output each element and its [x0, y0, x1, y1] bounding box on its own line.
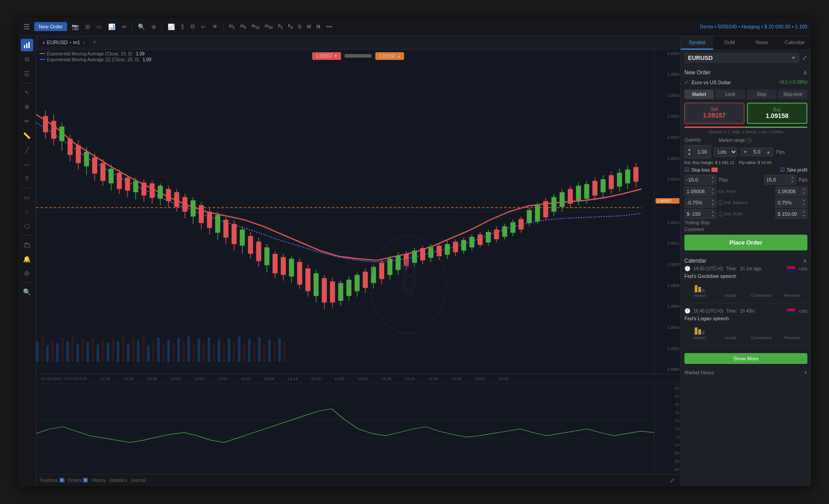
- tp-est-balance-val[interactable]: [776, 199, 801, 207]
- tab-dom[interactable]: DoM: [713, 36, 746, 50]
- toolbar-icon-undo[interactable]: ↩: [199, 22, 208, 32]
- sidebar-icon-circle[interactable]: ○: [21, 205, 33, 218]
- toolbar-icon-camera[interactable]: 📷: [70, 22, 81, 32]
- toolbar-icon-trend[interactable]: 📈: [166, 22, 177, 32]
- market-range-info-icon[interactable]: ?: [747, 138, 752, 143]
- tab-symbol[interactable]: Symbol: [681, 36, 713, 50]
- chart-canvas-area[interactable]: Exponential Moving Average (Close, 10, 0…: [36, 50, 680, 374]
- tf-m5[interactable]: m5: [239, 23, 247, 31]
- new-order-button[interactable]: New Order: [34, 22, 67, 31]
- tf-h1[interactable]: h1: [277, 23, 284, 31]
- sl-eb-up[interactable]: ▲: [710, 198, 716, 203]
- sidebar-icon-copy[interactable]: ⧉: [21, 53, 33, 66]
- tp-est-balance-input[interactable]: ▲ ▼: [775, 198, 807, 208]
- sidebar-icon-chart[interactable]: [21, 39, 33, 51]
- hamburger-btn[interactable]: ☰: [22, 21, 32, 33]
- toolbar-icon-compare[interactable]: ⇌: [120, 22, 128, 32]
- tf-m1[interactable]: m1: [228, 23, 236, 31]
- mr-decrease-btn[interactable]: ▼: [741, 148, 750, 156]
- tp-est-price-val[interactable]: [776, 187, 801, 195]
- sidebar-icon-eraser[interactable]: [21, 238, 33, 251]
- tf-m30[interactable]: m30: [264, 23, 274, 31]
- bottom-expand-icon[interactable]: ⤢: [668, 476, 677, 485]
- new-order-expand-btn[interactable]: ∧: [803, 69, 807, 76]
- sl-est-price-val[interactable]: [685, 187, 710, 195]
- tp-ep-up[interactable]: ▲: [801, 187, 807, 191]
- bottom-tb-positions[interactable]: Positions 0: [40, 478, 64, 483]
- sidebar-icon-settings-chart[interactable]: ⚙: [21, 267, 33, 280]
- sl-toggle[interactable]: ☑ Stop loss: [684, 167, 718, 173]
- tp-down-btn[interactable]: ▼: [789, 180, 796, 184]
- sidebar-icon-rect[interactable]: ▭: [21, 191, 33, 204]
- trailing-stop-row[interactable]: Trailing Stop: [684, 220, 807, 225]
- buy-button[interactable]: Buy 1.09158: [747, 103, 808, 124]
- toolbar-more[interactable]: •••: [324, 22, 334, 32]
- chart-tab-close[interactable]: ×: [83, 40, 86, 45]
- toolbar-icon-rect[interactable]: ▭: [95, 22, 104, 32]
- tf-h4[interactable]: h4: [287, 23, 294, 31]
- order-type-market[interactable]: Market: [684, 90, 714, 99]
- sl-ep-up[interactable]: ▲: [710, 187, 716, 191]
- sidebar-icon-polygon[interactable]: ⬡: [21, 220, 33, 232]
- order-type-stoplimit[interactable]: Stop-limit: [778, 90, 807, 99]
- toolbar-icon-layers[interactable]: ⧉: [189, 22, 196, 32]
- toolbar-icon-zoom[interactable]: ⊕: [150, 22, 158, 32]
- qty-decrease-btn[interactable]: ▲▼: [685, 145, 694, 158]
- sidebar-icon-ruler[interactable]: 📏: [21, 129, 33, 142]
- sl-est-price-input[interactable]: ▲ ▼: [684, 186, 716, 196]
- toolbar-icon-bitcoin[interactable]: ₿: [179, 22, 186, 32]
- tp-up-btn[interactable]: ▲: [789, 175, 796, 180]
- sl-ep-down[interactable]: ▼: [710, 191, 716, 196]
- toolbar-icon-chart[interactable]: 📊: [106, 22, 117, 32]
- est-balance-info[interactable]: i: [718, 200, 724, 205]
- toolbar-icon-eye[interactable]: 👁: [210, 22, 220, 32]
- tp-eb-down[interactable]: ▼: [801, 203, 807, 207]
- calendar-expand-btn[interactable]: ∧: [803, 257, 807, 264]
- symbol-selector[interactable]: EURUSD ▼: [684, 53, 799, 63]
- price-buy-btn[interactable]: 1.09158 ▲: [375, 52, 404, 60]
- tp-ep-down[interactable]: ▼: [801, 191, 807, 196]
- sl-value-input[interactable]: ▲ ▼: [684, 175, 716, 185]
- sidebar-icon-crosshair[interactable]: ⊕: [21, 100, 33, 113]
- tf-W[interactable]: W: [305, 23, 312, 30]
- sidebar-icon-search-chart[interactable]: 🔍: [21, 286, 33, 298]
- sl-est-balance-input[interactable]: ▲ ▼: [684, 198, 716, 208]
- order-type-stop[interactable]: Stop: [747, 90, 776, 99]
- tp-est-price-input[interactable]: ▲ ▼: [775, 186, 807, 196]
- place-order-button[interactable]: Place Order: [684, 235, 807, 250]
- tp-value-input[interactable]: ▲ ▼: [764, 175, 796, 185]
- sl-epr-up[interactable]: ▲: [710, 209, 716, 214]
- quantity-stepper[interactable]: ▲▼ 1.00: [684, 145, 711, 159]
- bottom-tb-orders[interactable]: Orders 0: [68, 478, 88, 483]
- tp-est-profit-input[interactable]: ▲ ▼: [775, 209, 807, 219]
- toolbar-icon-magnify[interactable]: 🔍: [136, 22, 147, 32]
- sl-est-profit-input[interactable]: ▲ ▼: [684, 209, 716, 219]
- sidebar-icon-list[interactable]: ☰: [21, 68, 33, 80]
- order-type-limit[interactable]: Limit: [715, 90, 745, 99]
- show-more-button[interactable]: Show More: [684, 353, 807, 364]
- lots-select[interactable]: Lots Units: [714, 147, 738, 157]
- sl-eb-down[interactable]: ▼: [710, 203, 716, 207]
- price-sell-btn[interactable]: 1.09157 ▼: [312, 52, 341, 60]
- tp-eb-up[interactable]: ▲: [801, 198, 807, 203]
- sidebar-icon-bell[interactable]: 🔔: [21, 253, 33, 265]
- tf-D[interactable]: D: [297, 23, 303, 30]
- sidebar-icon-hline[interactable]: —: [21, 158, 33, 171]
- sl-up-btn[interactable]: ▲: [710, 175, 716, 180]
- tp-epr-down[interactable]: ▼: [801, 214, 807, 218]
- tf-M[interactable]: M: [315, 23, 321, 30]
- sl-epr-down[interactable]: ▼: [710, 214, 716, 218]
- tp-toggle[interactable]: ☑ Take profit: [780, 167, 807, 173]
- sidebar-icon-cursor[interactable]: ↖: [21, 86, 33, 99]
- sidebar-icon-pen[interactable]: ✏: [21, 115, 33, 127]
- tf-m15[interactable]: m15: [250, 23, 261, 31]
- sell-button[interactable]: Sell 1.09157: [684, 103, 744, 124]
- tp-est-profit-val[interactable]: [776, 210, 801, 218]
- sidebar-icon-line[interactable]: ╱: [21, 144, 33, 156]
- tab-calendar[interactable]: Calendar: [779, 36, 811, 50]
- symbol-section-expand-btn[interactable]: ⤢: [802, 54, 807, 61]
- sl-est-profit-val[interactable]: [685, 210, 710, 218]
- market-range-stepper[interactable]: ▼ 5.0 ▲: [740, 148, 773, 156]
- sl-est-balance-val[interactable]: [685, 199, 710, 207]
- market-hours-row[interactable]: Market Hours ∨: [684, 367, 807, 378]
